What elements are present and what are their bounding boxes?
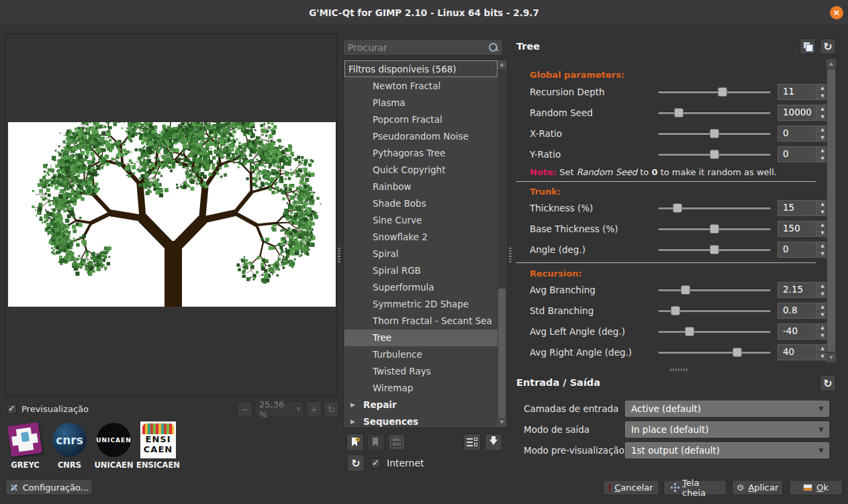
spinbox-angle[interactable]: 0 ▲▼ — [778, 242, 829, 258]
spinbox-avg-branching[interactable]: 2.15 ▲▼ — [778, 282, 829, 298]
filter-item[interactable]: Wiremap — [344, 380, 498, 397]
ok-button[interactable]: Ok — [789, 480, 843, 495]
close-icon[interactable]: × — [830, 6, 843, 19]
list-settings-icon — [467, 438, 477, 447]
slider-avg-branching[interactable] — [658, 281, 771, 299]
filter-item[interactable]: Rainbow — [344, 179, 498, 195]
filter-item[interactable]: Symmetric 2D Shape — [344, 296, 498, 313]
zoom-in-button[interactable]: + — [306, 401, 322, 417]
download-icon — [489, 440, 498, 445]
remove-fave-button[interactable] — [367, 434, 385, 451]
filter-list[interactable]: Filtros disponíveis (568) Newton Fractal… — [343, 59, 508, 428]
slider-recursion-depth[interactable] — [658, 83, 771, 101]
filter-item-selected[interactable]: Tree — [344, 330, 498, 346]
scroll-up-icon[interactable]: ▲ — [827, 59, 836, 68]
spinbox-recursion-depth[interactable]: 11 ▲▼ — [778, 84, 829, 100]
filter-header-buttons: ↻ — [800, 38, 836, 54]
preview-mode-select[interactable]: 1st output (default) ▼ — [625, 442, 829, 458]
slider-avg-left-angle[interactable] — [658, 323, 771, 340]
filter-item[interactable]: Thorn Fractal - Secant Sea — [344, 313, 498, 330]
slider-y-ratio[interactable] — [658, 146, 771, 163]
filter-visibility-button[interactable] — [463, 434, 481, 451]
settings-button[interactable]: Configuração... — [5, 479, 93, 495]
io-row-preview-mode: Modo pre-visualização 1st output (defaul… — [524, 442, 829, 458]
preview-checkbox[interactable]: ✓ — [7, 404, 17, 414]
scroll-down-icon[interactable]: ▼ — [827, 353, 836, 362]
zoom-level-combo[interactable]: 25,36 % ▼ — [254, 401, 304, 417]
copy-command-button[interactable] — [800, 38, 816, 54]
scrollbar-thumb[interactable] — [498, 289, 506, 419]
splitter-handle-left[interactable] — [338, 248, 340, 262]
filter-item[interactable]: Spiral RGB — [344, 262, 498, 279]
filter-category-sequences[interactable]: ▶ Sequences — [344, 413, 498, 427]
search-input[interactable] — [344, 42, 487, 53]
separator — [516, 262, 816, 263]
slider-thickness[interactable] — [658, 199, 771, 217]
fave-buttons-row: AbcDef — [346, 434, 406, 451]
internet-row: ↻ ✓ Internet — [347, 454, 424, 472]
zoom-controls: − 25,36 % ▼ + ↻ — [237, 401, 339, 417]
reset-parameters-button[interactable]: ↻ — [820, 38, 836, 54]
spinbox-random-seed[interactable]: 10000 ▲▼ — [778, 105, 829, 121]
spinbox-thickness[interactable]: 15 ▲▼ — [778, 200, 829, 216]
zoom-reset-button[interactable]: ↻ — [324, 401, 339, 417]
update-filters-button[interactable]: ↻ — [347, 454, 365, 472]
splitter-handle-right[interactable] — [509, 248, 512, 262]
filter-search-box[interactable] — [343, 39, 503, 56]
filter-item[interactable]: Newton Fractal — [344, 78, 498, 95]
filter-category-repair[interactable]: ▶ Repair — [344, 397, 498, 413]
spinbox-base-thickness[interactable]: 150 ▲▼ — [778, 221, 829, 237]
filter-item[interactable]: Superformula — [344, 279, 498, 296]
filter-item[interactable]: Twisted Rays — [344, 363, 498, 380]
spinbox-y-ratio[interactable]: 0 ▲▼ — [778, 146, 829, 162]
cancel-button[interactable]: Cancelar — [603, 480, 659, 495]
scroll-down-icon[interactable]: ▼ — [498, 418, 506, 427]
spinbox-avg-left-angle[interactable]: -40 ▲▼ — [778, 323, 829, 340]
ok-label: Ok — [816, 483, 829, 493]
spinbox-avg-right-angle[interactable]: 40 ▲▼ — [778, 344, 829, 360]
collapse-download-button[interactable] — [485, 434, 502, 451]
preview-checkbox-row[interactable]: ✓ Previsualização — [7, 403, 89, 415]
fullscreen-button[interactable]: Tela cheia — [663, 480, 726, 495]
horizontal-splitter-handle[interactable] — [670, 368, 688, 371]
filter-item[interactable]: Plasma — [344, 95, 498, 111]
filter-list-scrollbar[interactable]: ▲ ▼ — [498, 60, 506, 427]
filter-item[interactable]: Popcorn Fractal — [344, 111, 498, 128]
filter-item[interactable]: Turbulence — [344, 346, 498, 363]
slider-base-thickness[interactable] — [658, 220, 771, 238]
param-row-angle: Angle (deg.) 0 ▲▼ — [530, 241, 829, 258]
slider-angle[interactable] — [658, 241, 771, 258]
slider-std-branching[interactable] — [658, 302, 771, 319]
spinbox-x-ratio[interactable]: 0 ▲▼ — [778, 125, 829, 142]
parameters-scrollbar[interactable]: ▲ ▼ — [827, 59, 836, 362]
filter-item[interactable]: Quick Copyright — [344, 162, 498, 179]
unicaen-logo-icon: UNICAEN — [95, 421, 132, 458]
slider-x-ratio[interactable] — [658, 125, 771, 142]
window-ok-icon — [803, 484, 812, 491]
slider-avg-right-angle[interactable] — [658, 344, 771, 361]
internet-checkbox[interactable]: ✓ — [371, 458, 381, 468]
chevron-down-icon: ▼ — [814, 447, 829, 454]
filter-item[interactable]: Shade Bobs — [344, 195, 498, 212]
zoom-out-button[interactable]: − — [237, 401, 252, 417]
filter-item[interactable]: Snowflake 2 — [344, 229, 498, 246]
preview-image[interactable] — [8, 122, 336, 307]
apply-button[interactable]: ⚙ Aplicar — [732, 480, 783, 495]
filter-item[interactable]: Sine Curve — [344, 212, 498, 229]
slider-random-seed[interactable] — [658, 104, 771, 121]
add-fave-button[interactable] — [346, 434, 364, 451]
input-layers-select[interactable]: Active (default) ▼ — [625, 401, 829, 417]
chevron-right-icon: ▶ — [350, 397, 355, 413]
scrollbar-thumb[interactable] — [827, 69, 835, 352]
spinbox-std-branching[interactable]: 0.8 ▲▼ — [778, 303, 829, 319]
io-reset-button[interactable]: ↻ — [820, 375, 836, 391]
filter-item[interactable]: Pythagoras Tree — [344, 145, 498, 162]
output-mode-select[interactable]: In place (default) ▼ — [625, 421, 829, 438]
preview-pane[interactable] — [5, 34, 337, 397]
refresh-icon: ↻ — [823, 40, 832, 53]
filter-item[interactable]: Pseudorandom Noise — [344, 128, 498, 145]
chevron-right-icon: ▶ — [350, 413, 355, 427]
filter-item[interactable]: Spiral — [344, 246, 498, 262]
rename-fave-button[interactable]: AbcDef — [388, 434, 406, 451]
scroll-up-icon[interactable]: ▲ — [498, 60, 506, 69]
